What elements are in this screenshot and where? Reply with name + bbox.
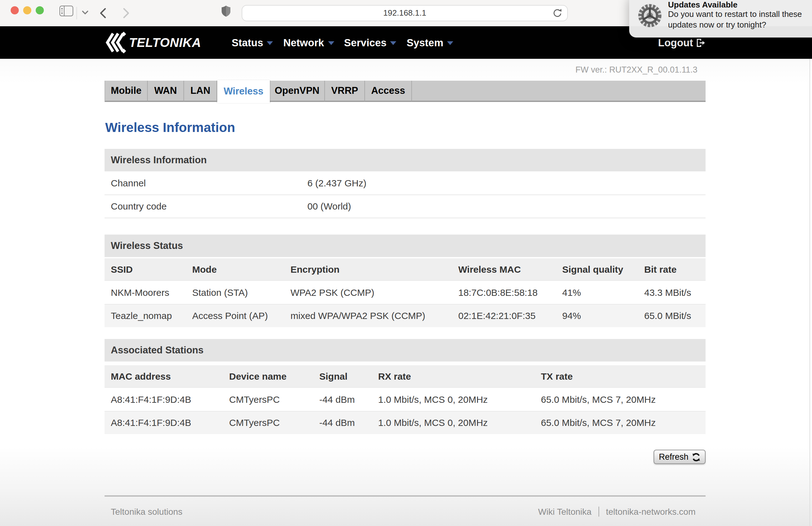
reload-icon[interactable] — [553, 8, 562, 18]
window-zoom-button[interactable] — [36, 6, 44, 14]
window-edge — [810, 59, 810, 526]
associated-station-row: A8:41:F4:1F:9D:4B CMTyersPC -44 dBm 1.0 … — [104, 387, 706, 410]
browser-window: 192.168.1.1 Updates Available Do you wan… — [0, 0, 812, 526]
notification-body-line2: updates now or try tonight? — [668, 20, 802, 30]
tab-bar: Mobile WAN LAN Wireless OpenVPN VRRP Acc… — [104, 81, 706, 102]
teltonika-logo: TELTONIKA — [104, 31, 201, 54]
tab-access[interactable]: Access — [365, 81, 412, 102]
footer-brand-text: Teltonika solutions — [104, 506, 183, 516]
footer-separator — [598, 506, 599, 516]
info-label: Channel — [111, 178, 307, 188]
menu-status[interactable]: Status — [232, 36, 273, 48]
main-menu: Status Network Services System — [232, 26, 453, 59]
url-text: 192.168.1.1 — [383, 8, 426, 17]
tab-vrrp[interactable]: VRRP — [325, 81, 365, 102]
shield-icon[interactable] — [222, 6, 230, 17]
sidebar-toggle-icon[interactable] — [59, 6, 73, 16]
toolbar-divider — [76, 7, 77, 19]
tab-bar-filler — [412, 81, 706, 102]
tab-openvpn[interactable]: OpenVPN — [270, 81, 325, 102]
refresh-icon — [692, 452, 700, 461]
refresh-button[interactable]: Refresh — [654, 450, 706, 464]
footer-link-site[interactable]: teltonika-networks.com — [606, 506, 696, 516]
window-close-button[interactable] — [11, 6, 19, 14]
footer: Teltonika solutions Wiki Teltonika telto… — [104, 506, 706, 516]
info-row-country-code: Country code 00 (World) — [104, 195, 706, 218]
associated-stations-header-row: MAC address Device name Signal RX rate T… — [104, 365, 706, 387]
forward-button-icon[interactable] — [123, 7, 130, 19]
menu-services[interactable]: Services — [344, 36, 396, 48]
section-header-wireless-information: Wireless Information — [104, 149, 706, 171]
associated-station-row: A8:41:F4:1F:9D:4B CMTyersPC -44 dBm 1.0 … — [104, 410, 706, 434]
info-row-channel: Channel 6 (2.437 GHz) — [104, 171, 706, 195]
gear-icon — [637, 3, 662, 28]
footer-divider — [104, 495, 706, 496]
teltonika-logo-icon — [104, 31, 127, 54]
menu-system[interactable]: System — [407, 36, 453, 48]
chevron-down-icon — [267, 41, 273, 45]
info-value: 6 (2.437 GHz) — [307, 178, 706, 188]
menu-network[interactable]: Network — [283, 36, 334, 48]
chevron-down-icon — [390, 41, 396, 45]
notification-body-line1: Do you want to restart to install these — [668, 10, 802, 20]
footer-link-wiki[interactable]: Wiki Teltonika — [538, 506, 592, 516]
address-bar[interactable]: 192.168.1.1 — [242, 5, 568, 21]
section-header-associated-stations: Associated Stations — [104, 339, 706, 361]
info-label: Country code — [111, 201, 307, 212]
wireless-status-header-row: SSID Mode Encryption Wireless MAC Signal… — [104, 258, 706, 280]
page-body: FW ver.: RUT2XX_R_00.01.11.3 Mobile WAN … — [0, 59, 812, 526]
page-title: Wireless Information — [104, 120, 706, 135]
logout-icon — [695, 37, 706, 48]
tab-lan[interactable]: LAN — [184, 81, 217, 102]
window-minimize-button[interactable] — [23, 6, 31, 14]
brand-name: TELTONIKA — [129, 35, 201, 50]
tab-mobile[interactable]: Mobile — [104, 81, 148, 102]
wireless-status-row: NKM-Moorers Station (STA) WPA2 PSK (CCMP… — [104, 280, 706, 304]
fw-version: FW ver.: RUT2XX_R_00.01.11.3 — [104, 65, 706, 74]
chevron-down-icon — [447, 41, 453, 45]
section-header-wireless-status: Wireless Status — [104, 235, 706, 257]
tab-wireless[interactable]: Wireless — [217, 80, 270, 103]
system-notification[interactable]: Updates Available Do you want to restart… — [629, 0, 812, 37]
tab-wan[interactable]: WAN — [148, 81, 184, 102]
back-button-icon[interactable] — [100, 7, 106, 19]
chevron-down-icon[interactable] — [82, 10, 89, 15]
wireless-status-row: Teazle_nomap Access Point (AP) mixed WPA… — [104, 304, 706, 327]
notification-title: Updates Available — [668, 0, 802, 10]
chevron-down-icon — [328, 41, 334, 45]
info-value: 00 (World) — [307, 201, 706, 212]
